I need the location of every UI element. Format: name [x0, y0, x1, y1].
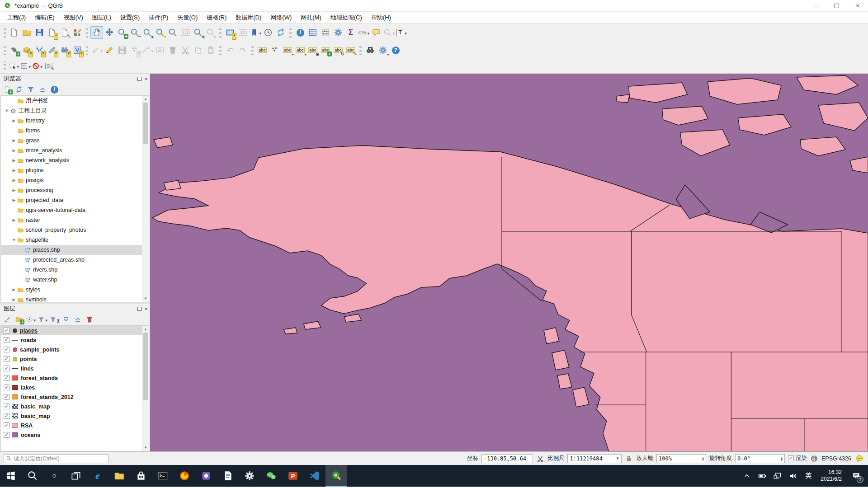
- magnifier-spinbox[interactable]: 100% ▲▼: [656, 454, 706, 463]
- zoom-native[interactable]: 1:1: [179, 26, 192, 39]
- browser-item[interactable]: ▶ raster: [1, 215, 142, 225]
- scroll-down-icon[interactable]: ▼: [144, 444, 147, 451]
- task-view-button[interactable]: [65, 465, 87, 487]
- taskbar-terminal[interactable]: [152, 465, 174, 487]
- expand-arrow[interactable]: ▶: [11, 138, 17, 143]
- style-manager[interactable]: [71, 26, 84, 39]
- expand-arrow[interactable]: ▶: [11, 287, 17, 292]
- layer-checkbox[interactable]: ✓: [4, 385, 9, 390]
- combo-arrow-icon[interactable]: ▼: [616, 456, 620, 460]
- taskbar-app-purple[interactable]: [195, 465, 217, 487]
- layer-row[interactable]: ✓ forest_stands_2012: [1, 392, 142, 402]
- expand-arrow[interactable]: ▶: [11, 168, 17, 173]
- browser-float-button[interactable]: [137, 77, 142, 81]
- measure[interactable]: [357, 26, 370, 39]
- browser-item[interactable]: ▶ network_analysis: [1, 155, 142, 165]
- layer-row[interactable]: ✓ points: [1, 354, 142, 364]
- copy-features[interactable]: [192, 44, 204, 56]
- zoom-next[interactable]: [204, 26, 217, 39]
- browser-item[interactable]: qgis-server-tutorial-data: [1, 205, 142, 215]
- menu-item[interactable]: 视图(V): [59, 12, 88, 23]
- taskbar-powerpoint[interactable]: [282, 465, 304, 487]
- browser-item[interactable]: school_property_photos: [1, 225, 142, 235]
- new-geopackage-layer[interactable]: [20, 44, 33, 56]
- maximize-button[interactable]: [826, 0, 847, 11]
- new-print-layout[interactable]: [46, 26, 58, 39]
- layer-checkbox[interactable]: ✓: [4, 422, 9, 428]
- menu-item[interactable]: 网孔(M): [296, 12, 326, 23]
- layer-checkbox[interactable]: ✓: [4, 356, 9, 362]
- taskbar-vscode[interactable]: [304, 465, 326, 487]
- expand-arrow[interactable]: ▶: [11, 218, 17, 222]
- layer-checkbox[interactable]: ✓: [4, 404, 9, 409]
- menu-item[interactable]: 网络(W): [266, 12, 296, 23]
- map-tips[interactable]: [370, 26, 382, 39]
- new-mesh-layer[interactable]: [58, 44, 71, 56]
- rotate-label[interactable]: abc: [332, 44, 344, 56]
- coordinate-input[interactable]: [484, 455, 531, 462]
- show-hide-labels[interactable]: abc: [307, 44, 319, 56]
- zoom-out[interactable]: [128, 26, 141, 39]
- layer-checkbox[interactable]: ✓: [4, 337, 9, 343]
- options-gear[interactable]: [377, 44, 389, 56]
- layer-name[interactable]: places: [20, 328, 38, 334]
- properties-widget[interactable]: i: [49, 84, 60, 94]
- expand-arrow[interactable]: ▼: [11, 238, 17, 242]
- new-spatialite-layer[interactable]: [46, 44, 58, 56]
- spatial-bookmarks[interactable]: [249, 26, 262, 39]
- browser-item[interactable]: ▶ forestry: [1, 116, 142, 126]
- expand-arrow[interactable]: ▼: [4, 108, 10, 113]
- locator-input[interactable]: [14, 455, 106, 462]
- expand-arrow[interactable]: ▶: [11, 297, 17, 302]
- pin-unpin-labels[interactable]: abc: [294, 44, 307, 56]
- search-button[interactable]: [22, 465, 43, 487]
- move-label[interactable]: abc: [319, 44, 332, 56]
- minimize-button[interactable]: —: [806, 0, 826, 11]
- layer-name[interactable]: oceans: [21, 432, 40, 438]
- layer-row[interactable]: ✓ oceans: [1, 430, 142, 440]
- taskbar-wechat[interactable]: [260, 465, 282, 487]
- zoom-to-layer[interactable]: [154, 26, 166, 39]
- browser-item[interactable]: ▶ projected_data: [1, 195, 142, 205]
- lock-scale-icon[interactable]: [625, 455, 633, 463]
- spin-arrows-icon[interactable]: ▲▼: [781, 456, 783, 461]
- crs-globe-icon[interactable]: [810, 455, 818, 463]
- layer-checkbox[interactable]: ✓: [4, 432, 9, 438]
- ime-indicator[interactable]: 英: [802, 465, 815, 487]
- scale-combo[interactable]: 1:11219484 ▼: [567, 454, 622, 463]
- new-virtual-layer[interactable]: [71, 44, 84, 56]
- browser-scrollbar[interactable]: ▲ ▼: [142, 96, 149, 302]
- scroll-thumb[interactable]: [143, 333, 148, 400]
- menu-item[interactable]: 地理处理(C): [326, 12, 367, 23]
- browser-item[interactable]: forms: [1, 126, 142, 136]
- new-3d-map-view[interactable]: 3D: [236, 26, 249, 39]
- expand-all[interactable]: [61, 314, 71, 324]
- modify-attributes[interactable]: [154, 44, 166, 56]
- taskbar-qgis[interactable]: [326, 465, 347, 487]
- refresh-map[interactable]: [274, 26, 287, 39]
- browser-item[interactable]: ▶ processing: [1, 185, 142, 195]
- layer-name[interactable]: forest_stands: [21, 375, 58, 381]
- undo[interactable]: ↶: [224, 44, 236, 56]
- browser-item[interactable]: protected_areas.shp: [1, 255, 142, 265]
- scroll-down-icon[interactable]: ▼: [144, 295, 147, 302]
- browser-item[interactable]: ▶ grass: [1, 136, 142, 145]
- browser-item[interactable]: places.shp: [1, 245, 142, 255]
- add-group[interactable]: [14, 314, 24, 324]
- menu-item[interactable]: 数据库(D): [231, 12, 266, 23]
- scroll-up-icon[interactable]: ▲: [144, 326, 147, 333]
- add-selected-layers[interactable]: [2, 84, 13, 94]
- browser-item[interactable]: ▶ symbols: [1, 295, 142, 302]
- menu-item[interactable]: 设置(S): [116, 12, 144, 23]
- refresh-browser[interactable]: [14, 84, 24, 94]
- layers-float-button[interactable]: [137, 307, 142, 311]
- data-source-manager[interactable]: [8, 44, 20, 56]
- open-project[interactable]: [20, 26, 33, 39]
- filter-by-expression[interactable]: [49, 314, 60, 324]
- spin-arrows-icon[interactable]: ▲▼: [702, 456, 704, 461]
- identify-features[interactable]: i: [294, 26, 307, 39]
- collapse-all-layers[interactable]: [72, 314, 83, 324]
- layer-name[interactable]: RSA: [21, 422, 33, 429]
- zoom-full-extent[interactable]: [141, 26, 154, 39]
- layer-diagrams[interactable]: [269, 44, 281, 56]
